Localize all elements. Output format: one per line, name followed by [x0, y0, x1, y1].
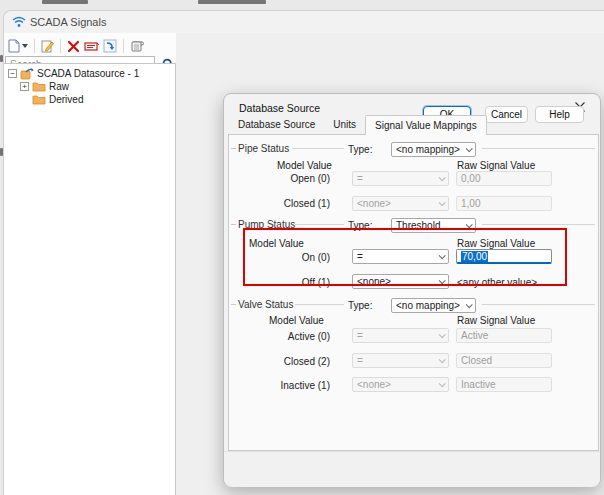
collapse-icon[interactable]: −	[8, 69, 17, 78]
chevron-down-icon	[439, 380, 446, 387]
model-value-header: Model Value	[269, 315, 324, 326]
pump-off-raw-value: <any other value>	[457, 277, 537, 288]
pipe-open-label: Open (0)	[238, 173, 330, 184]
chevron-down-icon	[466, 301, 473, 308]
chevron-down-icon	[466, 221, 473, 228]
pump-off-operator-select[interactable]: <none>	[352, 274, 449, 289]
expand-icon[interactable]: +	[20, 82, 29, 91]
groupbox-line	[295, 224, 344, 225]
chevron-down-icon	[439, 199, 446, 206]
help-button[interactable]: Help	[535, 106, 584, 123]
pump-on-raw-value-input[interactable]: 70,00	[456, 249, 552, 264]
pump-on-label: On (0)	[238, 252, 330, 263]
new-dropdown-caret-icon[interactable]	[22, 44, 28, 48]
pump-type-select[interactable]: Threshold	[391, 218, 476, 233]
pump-off-label: Off (1)	[238, 277, 330, 288]
dialog-title: Database Source	[239, 102, 320, 114]
valve-inactive-raw-value: Inactive	[456, 377, 552, 392]
valve-inactive-operator-select: <none>	[352, 377, 449, 392]
valve-active-raw-value: Active	[456, 328, 552, 343]
tab-units[interactable]: Units	[324, 116, 365, 134]
valve-closed-operator-select: =	[352, 353, 449, 368]
background-text-fragment	[198, 0, 266, 4]
pipe-type-select[interactable]: <no mapping>	[391, 142, 476, 157]
chevron-down-icon	[439, 356, 446, 363]
toolbar-separator	[34, 39, 35, 53]
groupbox-line	[292, 148, 344, 149]
chevron-down-icon	[439, 174, 446, 181]
toolbar-separator	[60, 39, 61, 53]
background-text-fragment	[42, 0, 88, 4]
window-titlebar[interactable]: SCADA Signals	[4, 11, 604, 33]
signal-tree: − SCADA Datasource - 1 + Raw Derived	[4, 63, 176, 495]
delete-button[interactable]	[67, 38, 80, 54]
groupbox-line	[482, 224, 595, 225]
groupbox-line	[295, 304, 344, 305]
valve-active-operator-select: =	[352, 328, 449, 343]
valve-active-label: Active (0)	[238, 331, 330, 342]
chevron-down-icon	[466, 145, 473, 152]
wifi-icon	[12, 16, 26, 30]
chevron-down-icon	[439, 331, 446, 338]
raw-signal-value-header: Raw Signal Value	[457, 238, 535, 249]
model-value-header: Model Value	[277, 160, 332, 171]
valve-closed-raw-value: Closed	[456, 353, 552, 368]
folder-icon	[32, 81, 46, 92]
pipe-closed-operator-select: <none>	[352, 196, 449, 211]
pump-on-operator-select[interactable]: =	[352, 249, 449, 264]
tree-item-derived[interactable]: Derived	[32, 93, 83, 106]
tree-item-raw[interactable]: + Raw	[20, 80, 69, 93]
tree-item-label[interactable]: Raw	[49, 81, 69, 92]
groupbox-line	[482, 148, 595, 149]
database-source-dialog: Database Source Database Source Units Si…	[223, 93, 601, 487]
folder-icon	[32, 94, 46, 105]
toolbar-separator	[123, 39, 124, 53]
window-title: SCADA Signals	[30, 16, 106, 28]
valve-inactive-label: Inactive (1)	[238, 380, 330, 391]
valve-type-label: Type:	[348, 300, 372, 311]
tree-item-label[interactable]: Derived	[49, 94, 83, 105]
tree-item-datasource[interactable]: − SCADA Datasource - 1	[8, 67, 139, 80]
toolbar	[8, 38, 144, 54]
pump-status-group-title: Pump Status	[236, 219, 297, 230]
cancel-button[interactable]: Cancel	[485, 106, 528, 123]
tab-database-source[interactable]: Database Source	[229, 116, 324, 134]
datasource-icon	[20, 68, 34, 80]
valve-closed-label: Closed (2)	[238, 356, 330, 367]
pipe-open-operator-select: =	[352, 171, 449, 186]
raw-signal-value-header: Raw Signal Value	[457, 315, 535, 326]
dialog-tabs: Database Source Units Signal Value Mappi…	[229, 116, 487, 134]
pipe-closed-raw-value: 1,00	[456, 196, 552, 211]
pipe-status-group-title: Pipe Status	[236, 143, 291, 154]
new-signal-button[interactable]	[8, 38, 28, 54]
raw-signal-value-header: Raw Signal Value	[457, 160, 535, 171]
pipe-open-raw-value: 0,00	[456, 171, 552, 186]
signal-value-mappings-page: Pipe Status Type: <no mapping> Model Val…	[228, 134, 599, 451]
pipe-type-label: Type:	[348, 144, 372, 155]
rename-button[interactable]	[84, 38, 99, 54]
tab-signal-value-mappings[interactable]: Signal Value Mappings	[365, 115, 487, 135]
valve-status-group-title: Valve Status	[236, 299, 295, 310]
report-button[interactable]	[130, 38, 144, 54]
dialog-footer	[224, 451, 600, 487]
valve-type-select[interactable]: <no mapping>	[391, 298, 476, 313]
chevron-down-icon	[439, 252, 446, 259]
groupbox-line	[482, 304, 595, 305]
sync-button[interactable]	[103, 38, 117, 54]
pipe-closed-label: Closed (1)	[238, 198, 330, 209]
tree-item-label[interactable]: SCADA Datasource - 1	[37, 68, 139, 79]
pump-type-label: Type:	[348, 220, 372, 231]
chevron-down-icon	[439, 277, 446, 284]
model-value-header: Model Value	[249, 238, 304, 249]
edit-button[interactable]	[41, 38, 54, 54]
